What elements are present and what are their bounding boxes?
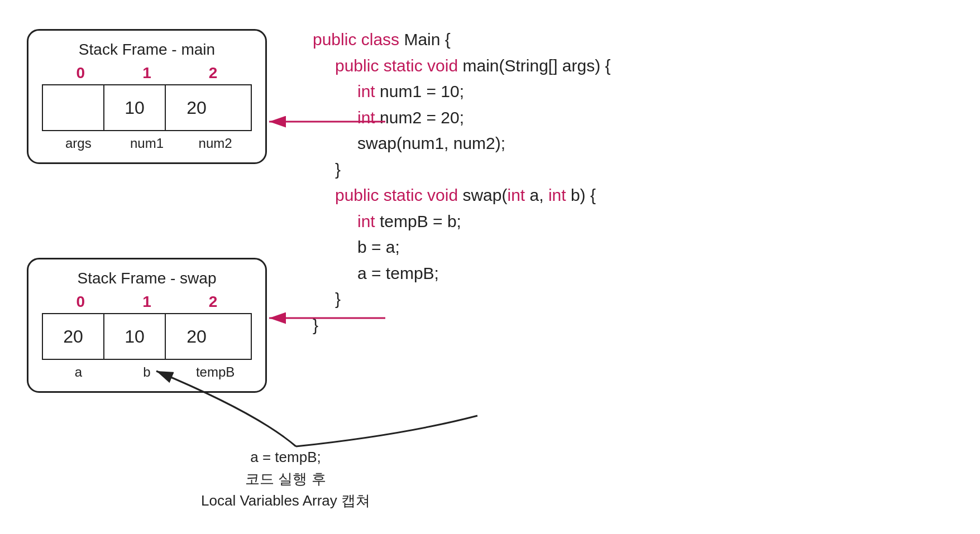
code-line-2: public static void main(String[] args) { (335, 53, 949, 79)
main-cell-2: 20 (166, 85, 227, 130)
code-line-1: public class Main { (313, 27, 949, 53)
main-frame-indices: 0 1 2 (42, 64, 252, 82)
code-text-4: num2 = 20; (380, 108, 464, 127)
code-text-11: } (335, 290, 341, 308)
code-line-9: b = a; (357, 234, 949, 261)
kw-int-4: int (548, 186, 571, 204)
code-line-11: } (335, 286, 949, 312)
code-line-6: } (335, 157, 949, 183)
code-line-12: } (313, 312, 949, 339)
kw-int-1: int (357, 82, 380, 100)
arrow-code-to-caption (296, 416, 477, 446)
code-text-5: swap(num1, num2); (357, 134, 505, 152)
caption-area: a = tempB; 코드 실행 후 Local Variables Array… (201, 446, 370, 512)
code-line-4: int num2 = 20; (357, 105, 949, 131)
swap-index-1: 1 (119, 293, 175, 311)
code-text-9: b = a; (357, 238, 400, 256)
main-index-0: 0 (52, 64, 108, 82)
swap-frame-title: Stack Frame - swap (42, 270, 252, 287)
code-text-8: tempB = b; (380, 212, 461, 230)
kw-int-3: int (507, 186, 529, 204)
code-area: public class Main { public static void m… (313, 27, 949, 338)
code-text-7b: a, (530, 186, 548, 204)
swap-label-1: b (116, 364, 178, 380)
diagram-container: Stack Frame - main 0 1 2 10 20 args num1… (0, 0, 980, 534)
main-cell-0 (43, 85, 104, 130)
swap-cell-2: 20 (166, 314, 227, 359)
main-frame-cells: 10 20 (42, 84, 252, 131)
code-line-5: swap(num1, num2); (357, 131, 949, 157)
swap-cell-1: 10 (104, 314, 166, 359)
swap-frame-indices: 0 1 2 (42, 293, 252, 311)
code-line-10: a = tempB; (357, 261, 949, 287)
kw-public-2: public static void (335, 56, 462, 75)
stack-frame-swap: Stack Frame - swap 0 1 2 20 10 20 a b te… (27, 258, 267, 393)
main-frame-title: Stack Frame - main (42, 41, 252, 59)
code-text-10: a = tempB; (357, 264, 439, 282)
main-label-1: num1 (116, 136, 178, 151)
swap-frame-cells: 20 10 20 (42, 313, 252, 360)
swap-label-2: tempB (185, 364, 246, 380)
swap-index-0: 0 (52, 293, 108, 311)
kw-int-2: int (357, 108, 380, 127)
code-text-1: Main { (404, 30, 450, 49)
code-text-7a: swap( (462, 186, 507, 204)
code-text-7c: b) { (571, 186, 596, 204)
code-text-3: num1 = 10; (380, 82, 464, 100)
code-text-12: } (313, 316, 318, 334)
kw-public-3: public static void (335, 186, 462, 204)
stack-frame-main: Stack Frame - main 0 1 2 10 20 args num1… (27, 29, 267, 164)
code-text-2: main(String[] args) { (462, 56, 610, 75)
main-index-1: 1 (119, 64, 175, 82)
code-line-8: int tempB = b; (357, 209, 949, 235)
swap-index-2: 2 (185, 293, 241, 311)
main-cell-1: 10 (104, 85, 166, 130)
main-label-2: num2 (185, 136, 246, 151)
main-index-2: 2 (185, 64, 241, 82)
caption-line-2: 코드 실행 후 (201, 468, 370, 490)
main-frame-labels: args num1 num2 (42, 136, 252, 151)
code-line-3: int num1 = 10; (357, 79, 949, 105)
swap-frame-labels: a b tempB (42, 364, 252, 380)
code-line-7: public static void swap(int a, int b) { (335, 182, 949, 209)
caption-line-1: a = tempB; (201, 446, 370, 468)
kw-public-1: public class (313, 30, 404, 49)
swap-label-0: a (47, 364, 109, 380)
swap-cell-0: 20 (43, 314, 104, 359)
main-label-0: args (47, 136, 109, 151)
caption-line-3: Local Variables Array 캡쳐 (201, 490, 370, 512)
code-text-6: } (335, 160, 341, 179)
kw-int-5: int (357, 212, 380, 230)
